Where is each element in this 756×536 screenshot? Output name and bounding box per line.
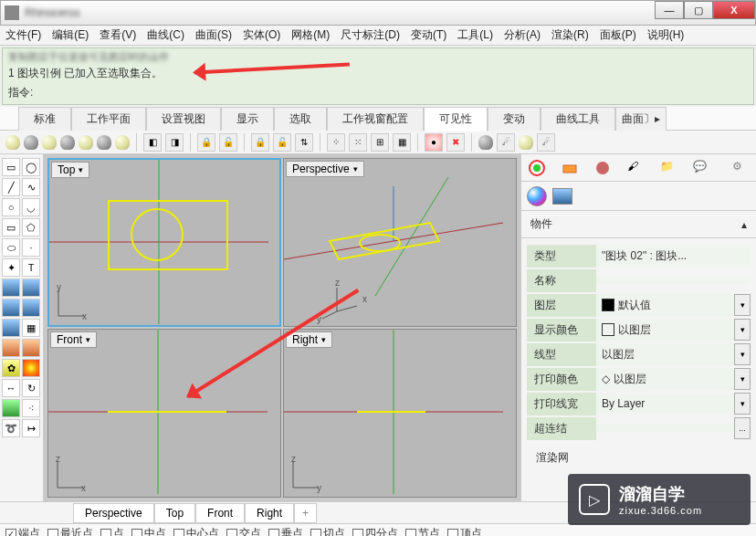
sphere-icon[interactable] <box>2 319 20 337</box>
tab-display[interactable]: 显示 <box>221 107 274 131</box>
bulb-pts-icon[interactable]: ☄ <box>497 133 515 152</box>
vtab-top[interactable]: Top <box>154 503 195 523</box>
planar-icon[interactable] <box>22 279 40 297</box>
menu-dimension[interactable]: 尺寸标注(D) <box>341 27 400 43</box>
dropdown-icon[interactable]: ▾ <box>734 294 751 316</box>
prop-value[interactable]: By Layer <box>596 394 734 414</box>
prop-value[interactable]: "图块 02" : 图块... <box>596 245 751 268</box>
swap-lock-icon[interactable]: ⇅ <box>295 133 313 152</box>
tab-cplane[interactable]: 工作平面 <box>71 107 146 131</box>
osnap-near[interactable]: 最近点 <box>47 526 93 536</box>
osnap-knot[interactable]: 节点 <box>405 526 440 536</box>
bulb-icon[interactable] <box>519 135 533 150</box>
menu-tools[interactable]: 工具(L) <box>457 27 493 43</box>
menu-panels[interactable]: 面板(P) <box>600 27 636 43</box>
tab-visibility[interactable]: 可见性 <box>424 107 488 131</box>
move-icon[interactable]: ↔ <box>2 379 20 397</box>
menu-transform[interactable]: 变动(T) <box>411 27 446 43</box>
tab-viewport[interactable]: 工作视窗配置 <box>327 107 424 131</box>
tab-transform[interactable]: 变动 <box>488 107 541 131</box>
viewport-perspective[interactable]: Perspective▾ x z y <box>283 158 517 327</box>
bulb-off-icon[interactable] <box>97 135 111 150</box>
unlock-sel-icon[interactable]: 🔓 <box>273 133 291 152</box>
points-off-icon[interactable]: ⁙ <box>349 133 367 152</box>
viewport-label-top[interactable]: Top▾ <box>51 162 89 178</box>
menu-solid[interactable]: 实体(O) <box>243 27 280 43</box>
spiral-icon[interactable]: ➰ <box>2 419 20 437</box>
solid-icon[interactable] <box>22 299 40 317</box>
menu-edit[interactable]: 编辑(E) <box>52 27 89 43</box>
collapse-icon[interactable]: ▴ <box>741 218 747 231</box>
lock-sel-icon[interactable]: 🔒 <box>251 133 269 152</box>
browse-button[interactable]: ... <box>734 417 751 439</box>
rect-icon[interactable]: ▭ <box>2 218 20 236</box>
prop-value[interactable]: 以图层 <box>596 343 734 366</box>
edit-pts-icon[interactable]: ⊞ <box>371 133 389 152</box>
tab-curvetools[interactable]: 曲线工具 <box>541 107 615 131</box>
prop-value[interactable] <box>596 277 751 284</box>
ellipse-icon[interactable]: ⬭ <box>2 238 20 257</box>
chevron-down-icon[interactable]: ▾ <box>86 335 90 344</box>
pointer-icon[interactable]: ▭ <box>2 158 20 176</box>
menu-file[interactable]: 文件(F) <box>5 27 41 43</box>
vtab-right[interactable]: Right <box>245 503 294 523</box>
layers-tab-icon[interactable] <box>562 160 578 176</box>
points-on-icon[interactable]: ⁘ <box>327 133 345 152</box>
vtab-add[interactable]: + <box>294 503 317 523</box>
extract-icon[interactable] <box>2 339 20 357</box>
isolate-icon[interactable]: ◧ <box>143 133 162 152</box>
menu-surface[interactable]: 曲面(S) <box>195 27 232 43</box>
menu-render[interactable]: 渲染(R) <box>551 27 589 43</box>
tab-surface[interactable]: 曲面〕▸ <box>615 107 667 131</box>
menu-mesh[interactable]: 网格(M) <box>291 27 330 43</box>
properties-tab-icon[interactable] <box>529 160 545 176</box>
minimize-button[interactable]: — <box>655 1 684 19</box>
viewport-label-front[interactable]: Front▾ <box>50 331 97 348</box>
point-icon[interactable]: · <box>22 238 40 257</box>
maximize-button[interactable]: ▢ <box>684 1 713 19</box>
unisolate-icon[interactable]: ◨ <box>165 133 184 152</box>
tab-standard[interactable]: 标准 <box>18 107 71 131</box>
dropdown-icon[interactable]: ▾ <box>734 393 751 415</box>
polyline-icon[interactable]: ╱ <box>2 178 20 196</box>
osnap-perp[interactable]: 垂点 <box>268 526 303 536</box>
menu-help[interactable]: 说明(H) <box>647 27 685 43</box>
viewport-label-right[interactable]: Right▾ <box>286 331 332 348</box>
layer-stack-icon[interactable] <box>552 188 572 205</box>
osnap-cen[interactable]: 中心点 <box>173 526 219 536</box>
prop-value[interactable]: ◇以图层 <box>596 368 734 391</box>
polygon-icon[interactable]: ⬠ <box>22 218 40 236</box>
vtab-perspective[interactable]: Perspective <box>73 503 154 523</box>
hide-icon[interactable] <box>24 135 38 150</box>
chevron-down-icon[interactable]: ▾ <box>79 165 83 174</box>
display-tab-icon[interactable] <box>594 160 611 176</box>
dropdown-icon[interactable]: ▾ <box>734 343 751 365</box>
chevron-down-icon[interactable]: ▾ <box>353 164 358 173</box>
osnap-mid[interactable]: 中点 <box>131 526 166 536</box>
osnap-tan[interactable]: 切点 <box>310 526 345 536</box>
explode-icon[interactable] <box>22 359 40 377</box>
bulb-icon[interactable] <box>478 135 493 150</box>
dim-icon[interactable]: ↦ <box>22 419 40 437</box>
osnap-point[interactable]: 点 <box>100 526 124 536</box>
folder-tab-icon[interactable]: 📁 <box>660 160 677 176</box>
close-button[interactable]: X <box>713 1 755 19</box>
bulb-off-icon[interactable] <box>60 135 75 150</box>
gear-tab-icon[interactable]: ⚙ <box>732 160 749 176</box>
lasso-icon[interactable]: ◯ <box>22 158 40 176</box>
box-icon[interactable] <box>2 299 20 317</box>
join-icon[interactable] <box>22 339 40 357</box>
star-icon[interactable]: ✦ <box>2 258 20 277</box>
lock-icon[interactable]: 🔒 <box>197 133 215 152</box>
material-ball-icon[interactable] <box>527 186 547 206</box>
circle-icon[interactable]: ○ <box>2 198 20 216</box>
osnap-end[interactable]: ✓端点 <box>5 526 40 536</box>
unlock-icon[interactable]: 🔓 <box>219 133 237 152</box>
bulb-icon[interactable] <box>115 135 130 150</box>
mesh-icon[interactable]: ▦ <box>22 319 40 337</box>
osnap-int[interactable]: 交点 <box>226 526 261 536</box>
menu-curve[interactable]: 曲线(C) <box>147 27 184 43</box>
prop-value[interactable] <box>596 425 734 432</box>
osnap-quad[interactable]: 四分点 <box>352 526 398 536</box>
bulb-icon[interactable] <box>79 135 93 150</box>
